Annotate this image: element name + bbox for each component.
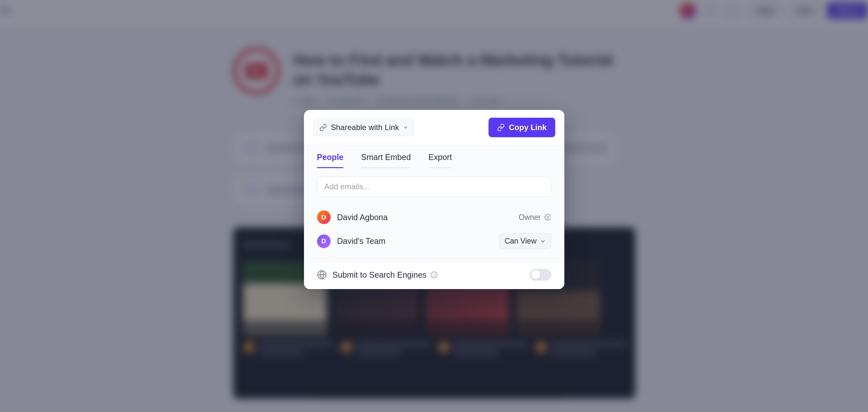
link-icon xyxy=(319,124,327,131)
copy-link-button[interactable]: Copy Link xyxy=(489,118,555,137)
person-row: D David Agbona Owner xyxy=(317,206,551,229)
link-icon xyxy=(497,124,505,131)
person-row: D David's Team Can View xyxy=(317,229,551,254)
chevron-down-icon xyxy=(540,238,546,244)
share-visibility-dropdown[interactable]: Shareable with Link xyxy=(313,119,414,136)
avatar: D xyxy=(317,210,331,224)
info-icon[interactable] xyxy=(431,271,438,278)
chevron-down-icon xyxy=(403,125,408,130)
people-list: D David Agbona Owner D David's Team Can … xyxy=(304,200,564,262)
toggle-knob xyxy=(531,270,540,279)
permission-label: Can View xyxy=(504,237,536,245)
copy-link-label: Copy Link xyxy=(509,123,547,132)
add-emails-input[interactable] xyxy=(317,177,551,197)
person-name: David's Team xyxy=(337,236,493,246)
permission-select[interactable]: Can View xyxy=(499,233,551,249)
share-modal: Shareable with Link Copy Link People Sma… xyxy=(304,110,564,289)
tab-export[interactable]: Export xyxy=(428,152,452,168)
seo-label: Submit to Search Engines xyxy=(333,270,427,280)
avatar: D xyxy=(317,235,331,248)
seo-toggle[interactable] xyxy=(530,269,551,281)
tab-smart-embed[interactable]: Smart Embed xyxy=(361,152,411,168)
gear-icon xyxy=(544,214,551,221)
share-tabs: People Smart Embed Export xyxy=(304,145,564,168)
svg-point-0 xyxy=(547,216,549,218)
person-name: David Agbona xyxy=(337,213,512,222)
share-visibility-label: Shareable with Link xyxy=(331,123,399,132)
owner-badge: Owner xyxy=(519,213,551,222)
globe-icon xyxy=(317,270,327,280)
tab-people[interactable]: People xyxy=(317,152,344,168)
